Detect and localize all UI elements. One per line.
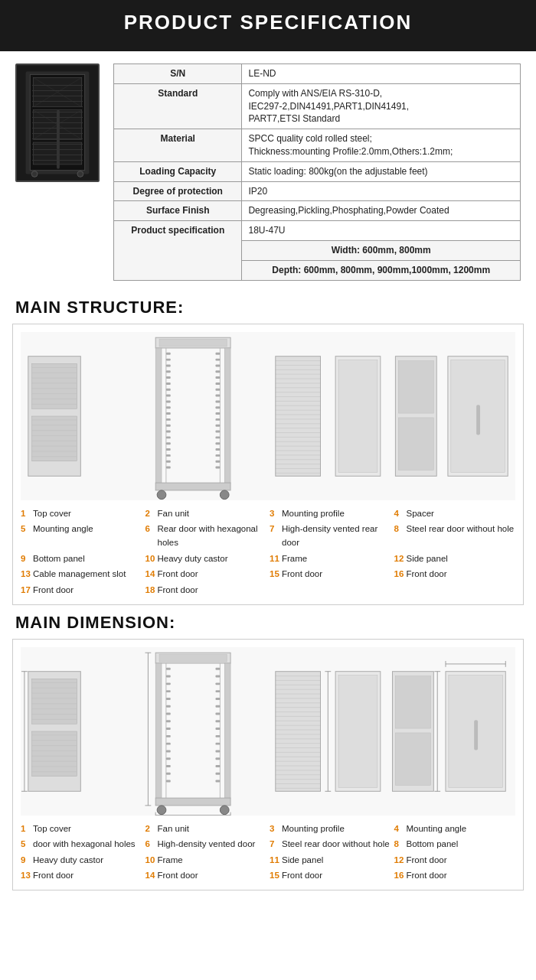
svg-rect-159 xyxy=(166,780,171,783)
svg-line-4 xyxy=(33,77,82,107)
part-name: Front door xyxy=(282,868,322,882)
part-item-4: 4Mounting angle xyxy=(394,822,516,835)
spec-value-width: Width: 600mm, 800mm xyxy=(242,240,521,260)
svg-rect-35 xyxy=(224,347,230,482)
svg-rect-69 xyxy=(215,418,220,420)
svg-rect-173 xyxy=(215,765,220,767)
part-num: 12 xyxy=(394,853,405,867)
svg-rect-175 xyxy=(215,780,220,783)
part-name: Mounting profile xyxy=(282,506,345,520)
page-title: PRODUCT SPECIFICATION xyxy=(8,11,528,34)
svg-rect-145 xyxy=(166,675,171,677)
part-item-18: 18Front door xyxy=(145,583,267,597)
svg-rect-1 xyxy=(26,72,90,174)
spec-label-sn: S/N xyxy=(114,64,242,84)
main-structure-title: MAIN STRUCTURE: xyxy=(0,293,536,321)
part-item-10: 10Heavy duty castor xyxy=(145,552,267,565)
part-name: Steel rear door without hole xyxy=(407,522,515,536)
part-num: 16 xyxy=(394,868,405,882)
part-num: 11 xyxy=(270,552,280,565)
part-num: 11 xyxy=(270,853,280,867)
part-name: Front door xyxy=(407,868,447,882)
page-header: PRODUCT SPECIFICATION xyxy=(0,0,536,51)
part-num: 14 xyxy=(145,567,156,581)
spec-row-surface: Surface Finish Degreasing,Pickling,Phosp… xyxy=(114,201,521,221)
svg-rect-43 xyxy=(166,383,171,385)
part-item-11: 11Side panel xyxy=(270,853,391,867)
svg-rect-158 xyxy=(166,773,171,775)
svg-rect-41 xyxy=(166,370,171,373)
part-name: Frame xyxy=(158,853,183,867)
part-name: Heavy duty castor xyxy=(33,853,103,867)
spec-label-material: Material xyxy=(114,129,242,162)
part-name: Side panel xyxy=(407,552,448,565)
svg-rect-78 xyxy=(155,483,230,490)
part-item-12: 12Side panel xyxy=(394,552,516,565)
svg-rect-148 xyxy=(166,698,171,700)
svg-rect-161 xyxy=(215,675,220,677)
spec-label-prodspec: Product specification xyxy=(114,221,242,280)
svg-rect-39 xyxy=(166,358,171,360)
part-num: 5 xyxy=(21,522,31,536)
part-name: Steel rear door without hole xyxy=(282,837,390,851)
svg-rect-60 xyxy=(215,364,220,366)
part-name: Rear door with hexagonal holes xyxy=(158,522,267,550)
part-item-8: 8Steel rear door without hole xyxy=(394,522,516,550)
svg-rect-219 xyxy=(395,733,430,786)
part-item-10: 10Frame xyxy=(145,853,267,867)
svg-rect-15 xyxy=(32,416,77,461)
svg-point-177 xyxy=(157,806,166,815)
part-name: Front door xyxy=(282,567,322,581)
part-num: 18 xyxy=(145,583,156,597)
svg-rect-153 xyxy=(166,735,171,737)
part-name: Front door xyxy=(407,567,447,581)
svg-rect-169 xyxy=(215,735,220,737)
part-num: 5 xyxy=(21,837,31,851)
part-item-4: 4Spacer xyxy=(394,506,516,520)
spec-table: S/N LE-ND Standard Comply with ANS/EIA R… xyxy=(113,63,521,281)
svg-rect-45 xyxy=(166,394,171,396)
part-item-16: 16Front door xyxy=(394,567,516,581)
part-name: Top cover xyxy=(33,822,71,835)
svg-rect-140 xyxy=(155,663,162,798)
part-item-14: 14Front door xyxy=(145,567,267,581)
svg-point-12 xyxy=(77,171,83,177)
svg-rect-117 xyxy=(32,679,77,724)
svg-point-11 xyxy=(31,171,38,177)
main-structure-diagram-box: 1Top cover2Fan unit3Mounting profile4Spa… xyxy=(12,324,524,605)
svg-rect-48 xyxy=(166,412,171,415)
svg-rect-44 xyxy=(166,388,171,390)
svg-rect-10 xyxy=(57,110,60,169)
part-item-16: 16Front door xyxy=(394,868,516,882)
svg-rect-59 xyxy=(215,358,220,360)
svg-rect-155 xyxy=(166,750,171,752)
part-item-3: 3Mounting profile xyxy=(270,506,391,520)
spec-value-sn: LE-ND xyxy=(242,64,521,84)
part-item-11: 11Frame xyxy=(270,552,391,565)
svg-rect-72 xyxy=(215,436,220,438)
svg-rect-67 xyxy=(215,406,220,409)
svg-rect-152 xyxy=(166,728,171,730)
part-item-13: 13Front door xyxy=(21,868,142,882)
part-name: Front door xyxy=(33,583,74,597)
part-name: Fan unit xyxy=(158,822,190,835)
svg-rect-225 xyxy=(474,720,478,750)
svg-rect-218 xyxy=(395,676,430,728)
spec-value-loading: Static loading: 800kg(on the adjustable … xyxy=(242,161,521,181)
part-name: High-density vented door xyxy=(158,837,256,851)
svg-rect-168 xyxy=(215,728,220,730)
svg-rect-14 xyxy=(32,363,77,409)
part-item-6: 6Rear door with hexagonal holes xyxy=(145,522,267,550)
part-name: Front door xyxy=(158,567,198,581)
part-num: 1 xyxy=(21,506,31,520)
svg-rect-42 xyxy=(166,376,171,379)
svg-rect-74 xyxy=(215,448,220,451)
part-item-8: 8Bottom panel xyxy=(394,837,516,851)
svg-rect-54 xyxy=(166,448,171,451)
part-num: 7 xyxy=(270,837,280,851)
part-name: Front door xyxy=(158,583,198,597)
svg-point-79 xyxy=(157,490,166,499)
part-name: Top cover xyxy=(33,506,71,520)
part-num: 6 xyxy=(145,837,156,851)
spec-label-surface: Surface Finish xyxy=(114,201,242,221)
